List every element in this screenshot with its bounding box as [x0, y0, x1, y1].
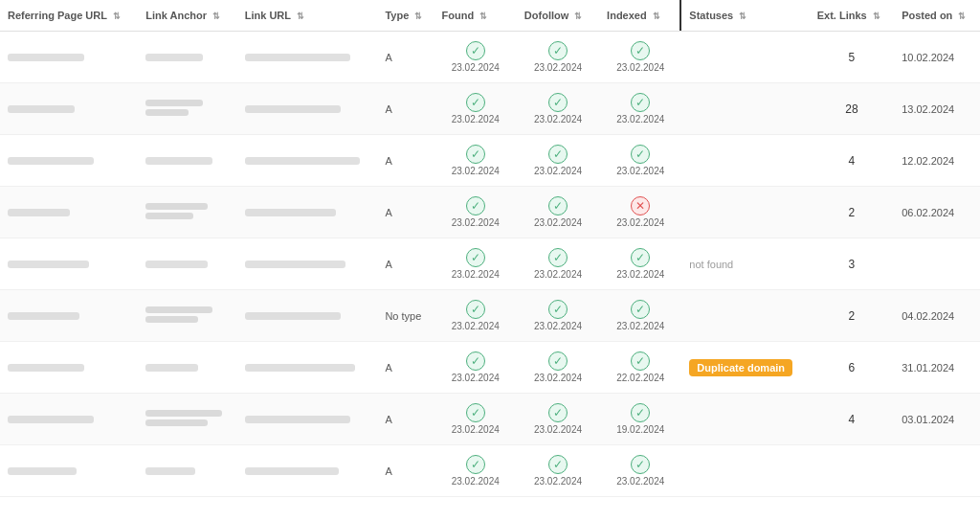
sort-icon: ⇅: [414, 11, 422, 21]
duplicate-domain-badge: Duplicate domain: [689, 359, 792, 376]
sort-icon: ⇅: [212, 11, 220, 21]
col-type[interactable]: Type ⇅: [377, 0, 434, 32]
dofollow-cell: ✓ 23.02.2024: [517, 135, 599, 187]
col-label: Dofollow: [524, 10, 568, 21]
dofollow-cell: ✓ 23.02.2024: [517, 32, 599, 83]
indexed-cell: ✓ 23.02.2024: [599, 445, 681, 497]
col-ext-links[interactable]: Ext. Links ⇅: [810, 0, 894, 32]
indexed-date: 23.02.2024: [616, 217, 664, 228]
found-cell: ✓ 23.02.2024: [434, 135, 517, 187]
statuses-cell: not found: [681, 238, 809, 290]
dofollow-date: 23.02.2024: [534, 373, 582, 383]
indexed-date: 23.02.2024: [616, 114, 664, 125]
col-label: Found: [442, 10, 475, 21]
table-row: A ✓ 23.02.2024 ✓ 23.02.2024 ✓ 23.02.2024…: [0, 135, 980, 187]
ext-links-cell: 6: [810, 342, 894, 394]
dofollow-cell: ✓ 23.02.2024: [517, 83, 599, 135]
indexed-date: 19.02.2024: [616, 424, 664, 435]
link-url-cell: [237, 238, 378, 290]
link-anchor-cell: [138, 32, 237, 83]
statuses-cell: Duplicate domain: [681, 342, 809, 394]
link-url-cell: [237, 445, 378, 497]
not-found-status: not found: [689, 259, 733, 270]
dofollow-date: 23.02.2024: [534, 217, 582, 228]
found-cell: ✓ 23.02.2024: [434, 445, 517, 497]
col-label: Statuses: [689, 10, 733, 21]
statuses-cell: [681, 290, 809, 342]
dofollow-check-icon: ✓: [548, 196, 568, 215]
dofollow-check-icon: ✓: [548, 455, 568, 474]
col-referring-page-url[interactable]: Referring Page URL ⇅: [0, 0, 138, 32]
col-found[interactable]: Found ⇅: [434, 0, 517, 32]
statuses-cell: [681, 187, 809, 238]
found-date: 23.02.2024: [452, 217, 500, 228]
col-indexed[interactable]: Indexed ⇅: [599, 0, 681, 32]
dofollow-check-icon: ✓: [548, 300, 568, 319]
found-cell: ✓ 23.02.2024: [434, 394, 517, 445]
dofollow-cell: ✓ 23.02.2024: [517, 394, 599, 445]
link-url-cell: [237, 32, 378, 83]
referring-page-url-cell: [0, 135, 138, 187]
posted-on-cell: [894, 238, 980, 290]
col-link-anchor[interactable]: Link Anchor ⇅: [138, 0, 237, 32]
type-cell: A: [377, 135, 434, 187]
indexed-cell: ✓ 23.02.2024: [599, 238, 681, 290]
link-url-cell: [237, 290, 378, 342]
table-row: A ✓ 23.02.2024 ✓ 23.02.2024 ✓ 23.02.2024…: [0, 32, 980, 83]
posted-on-cell: 10.02.2024: [894, 32, 980, 83]
col-label: Link Anchor: [145, 10, 207, 21]
found-date: 23.02.2024: [452, 62, 500, 73]
link-anchor-cell: [138, 83, 237, 135]
found-check-icon: ✓: [466, 93, 485, 112]
link-anchor-cell: [138, 238, 237, 290]
link-anchor-cell: [138, 394, 237, 445]
indexed-check-icon: ✓: [631, 93, 650, 112]
found-cell: ✓ 23.02.2024: [434, 187, 517, 238]
found-cell: ✓ 23.02.2024: [434, 238, 517, 290]
found-check-icon: ✓: [466, 145, 485, 164]
col-label: Referring Page URL: [8, 10, 107, 21]
referring-page-url-cell: [0, 445, 138, 497]
col-link-url[interactable]: Link URL ⇅: [237, 0, 378, 32]
indexed-cell: ✓ 23.02.2024: [599, 32, 681, 83]
ext-links-cell: 5: [810, 32, 894, 83]
dofollow-cell: ✓ 23.02.2024: [517, 342, 599, 394]
table-row: A ✓ 23.02.2024 ✓ 23.02.2024 ✕ 23.02.2024…: [0, 187, 980, 238]
found-check-icon: ✓: [466, 41, 485, 60]
referring-page-url-cell: [0, 187, 138, 238]
statuses-cell: [681, 83, 809, 135]
table-header-row: Referring Page URL ⇅ Link Anchor ⇅ Link …: [0, 0, 980, 32]
found-check-icon: ✓: [466, 196, 485, 215]
indexed-check-icon: ✓: [631, 41, 650, 60]
sort-icon: ⇅: [113, 11, 121, 21]
found-check-icon: ✓: [466, 351, 485, 371]
posted-on-cell: 31.01.2024: [894, 342, 980, 394]
referring-page-url-cell: [0, 32, 138, 83]
dofollow-check-icon: ✓: [548, 403, 568, 422]
col-label: Type: [385, 10, 409, 21]
found-cell: ✓ 23.02.2024: [434, 342, 517, 394]
type-cell: A: [377, 394, 434, 445]
col-dofollow[interactable]: Dofollow ⇅: [517, 0, 599, 32]
dofollow-date: 23.02.2024: [534, 62, 582, 73]
table-row: A ✓ 23.02.2024 ✓ 23.02.2024 ✓ 23.02.2024: [0, 445, 980, 497]
posted-on-cell: 06.02.2024: [894, 187, 980, 238]
ext-links-cell: 2: [810, 187, 894, 238]
sort-icon: ⇅: [479, 11, 487, 21]
found-date: 23.02.2024: [452, 373, 500, 383]
link-anchor-cell: [138, 445, 237, 497]
ext-links-cell: 28: [810, 83, 894, 135]
table-row: A ✓ 23.02.2024 ✓ 23.02.2024 ✓ 23.02.2024…: [0, 238, 980, 290]
dofollow-check-icon: ✓: [548, 145, 568, 164]
indexed-cell: ✕ 23.02.2024: [599, 187, 681, 238]
found-date: 23.02.2024: [452, 114, 500, 125]
sort-icon: ⇅: [653, 11, 660, 21]
dofollow-date: 23.02.2024: [534, 424, 582, 435]
ext-links-cell: 4: [810, 394, 894, 445]
col-statuses[interactable]: Statuses ⇅: [681, 0, 809, 32]
found-date: 23.02.2024: [452, 321, 500, 331]
type-cell: A: [377, 342, 434, 394]
found-date: 23.02.2024: [452, 166, 500, 176]
referring-page-url-cell: [0, 83, 138, 135]
col-posted-on[interactable]: Posted on ⇅: [894, 0, 980, 32]
